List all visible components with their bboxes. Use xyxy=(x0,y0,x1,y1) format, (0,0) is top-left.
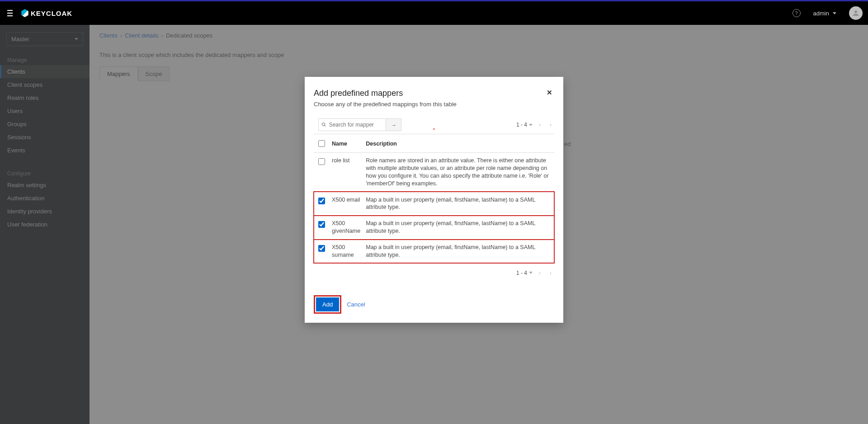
row-checkbox[interactable] xyxy=(318,198,325,204)
modal-title: Add predefined mappers xyxy=(314,89,554,98)
select-all-checkbox[interactable] xyxy=(318,140,325,147)
user-name: admin xyxy=(813,10,829,17)
table-row: role listRole names are stored in an att… xyxy=(314,153,554,192)
arrow-right-icon: → xyxy=(391,122,396,128)
table-row: X500 emailMap a built in user property (… xyxy=(314,192,554,216)
row-checkbox[interactable] xyxy=(318,245,325,252)
chevron-down-icon xyxy=(529,124,533,126)
modal-overlay: ✕ Add predefined mappers Choose any of t… xyxy=(0,25,868,424)
row-name: X500 surname xyxy=(329,240,363,264)
table-row: X500 surnameMap a built in user property… xyxy=(314,240,554,264)
chevron-down-icon xyxy=(529,272,533,274)
add-button-highlight: Add xyxy=(314,295,341,314)
search-input-wrap xyxy=(318,118,386,131)
top-bar: KEYCLOAK ? admin xyxy=(0,1,868,25)
pager-next-button[interactable]: › xyxy=(547,120,554,130)
pager-top: 1 - 4 ‹ › xyxy=(516,120,554,130)
row-name: X500 email xyxy=(329,192,363,216)
column-description-header: Description xyxy=(363,134,554,153)
cancel-button[interactable]: Cancel xyxy=(347,301,365,308)
pager-next-button[interactable]: › xyxy=(547,268,554,278)
search-submit-button[interactable]: → xyxy=(386,118,401,131)
table-row: X500 givenNameMap a built in user proper… xyxy=(314,216,554,240)
pager-prev-button[interactable]: ‹ xyxy=(536,268,543,278)
brand-logo[interactable]: KEYCLOAK xyxy=(21,9,72,17)
pager-bottom: 1 - 4 ‹ › xyxy=(516,268,554,278)
help-icon[interactable]: ? xyxy=(793,9,801,17)
column-name-header: Name xyxy=(329,134,363,153)
add-button[interactable]: Add xyxy=(316,297,339,311)
row-description: Role names are stored in an attribute va… xyxy=(363,153,554,192)
add-predefined-mappers-modal: ✕ Add predefined mappers Choose any of t… xyxy=(305,77,563,323)
search-icon xyxy=(321,122,326,127)
row-checkbox[interactable] xyxy=(318,158,325,165)
row-description: Map a built in user property (email, fir… xyxy=(363,216,554,240)
menu-toggle-button[interactable] xyxy=(5,8,14,18)
row-description: Map a built in user property (email, fir… xyxy=(363,240,554,264)
row-name: role list xyxy=(329,153,363,192)
search-input[interactable] xyxy=(328,121,383,128)
brand-text: KEYCLOAK xyxy=(31,9,72,17)
pager-prev-button[interactable]: ‹ xyxy=(536,120,543,130)
pager-range[interactable]: 1 - 4 xyxy=(516,270,533,276)
user-icon xyxy=(852,9,860,17)
chevron-down-icon xyxy=(833,12,836,14)
avatar[interactable] xyxy=(849,6,863,20)
row-checkbox[interactable] xyxy=(318,221,325,228)
row-name: X500 givenName xyxy=(329,216,363,240)
mapper-table: Name Description role listRole names are… xyxy=(314,134,554,264)
close-icon[interactable]: ✕ xyxy=(547,89,552,97)
row-description: Map a built in user property (email, fir… xyxy=(363,192,554,216)
modal-subtitle: Choose any of the predefined mappings fr… xyxy=(314,101,554,108)
pager-range[interactable]: 1 - 4 xyxy=(516,122,533,128)
user-menu[interactable]: admin xyxy=(813,10,836,17)
indicator-dot xyxy=(434,128,435,130)
keycloak-hex-icon xyxy=(21,9,29,17)
